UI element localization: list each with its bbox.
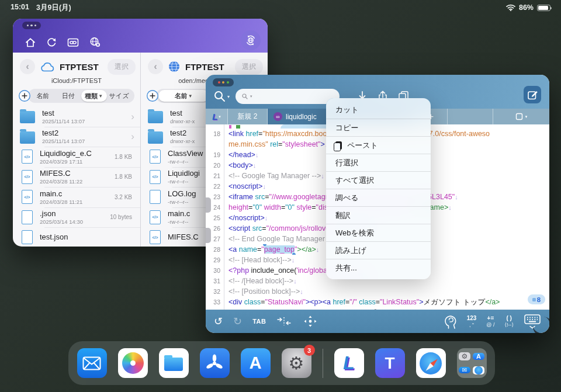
folder-icon — [164, 358, 183, 371]
menu-item-label: 調べる — [335, 193, 359, 203]
file-name: main.c — [40, 189, 115, 198]
dictation-head-icon[interactable] — [444, 314, 457, 329]
app-logo[interactable]: L ▾ — [206, 109, 228, 124]
context-menu-item[interactable]: 調べる — [326, 189, 431, 206]
file-name: test2 — [42, 129, 129, 137]
line-number: 19 — [206, 150, 224, 160]
link-collection-icon[interactable] — [67, 37, 79, 48]
file-detail: 2024/03/29 17:11 — [40, 158, 115, 165]
file-name: test.json — [40, 233, 132, 241]
file-row[interactable]: Liquidlogic_e.C 2024/03/29 17:11 1.8 KB … — [13, 147, 140, 167]
tab-key[interactable]: TAB — [252, 318, 266, 325]
file-type-icon — [22, 150, 33, 164]
compose-button[interactable] — [524, 86, 541, 103]
context-menu-item[interactable]: 読み上げ — [326, 241, 431, 259]
redo-icon[interactable]: ↻ — [233, 315, 242, 328]
keyboard-shortcut-key[interactable]: += @ / — [486, 315, 494, 328]
context-menu-item[interactable]: 共有... — [326, 259, 431, 276]
file-detail: 2025/03/14 14:30 — [40, 218, 110, 225]
tab-new-2[interactable]: 新規 2 — [228, 109, 268, 124]
photos-flower-icon — [122, 352, 144, 374]
globe-disconnect-icon[interactable] — [89, 36, 101, 48]
code-line[interactable]: 33 <div class="StatusNavi"><p><a href="/… — [206, 297, 549, 307]
undo-icon[interactable]: ↺ — [214, 315, 223, 328]
search-input[interactable]: ▾ — [236, 89, 340, 104]
file-row[interactable]: test2 2025/11/14 13:07 › — [13, 127, 140, 147]
dock-app-liquidlogic[interactable]: L — [334, 348, 364, 378]
file-size: 1.8 KB — [115, 154, 132, 160]
context-menu-item[interactable]: 行選択 — [326, 154, 431, 171]
context-menu-item[interactable]: Webを検索 — [326, 224, 431, 241]
file-pane-icloud: ‹ FTPTEST 選択 iCloud:/FTPTEST 名前 日付 種類▼ サ… — [13, 53, 140, 247]
select-button[interactable]: 選択 — [235, 59, 263, 75]
annotation-count-badge[interactable]: 8 — [528, 294, 545, 304]
home-icon[interactable] — [25, 37, 36, 48]
code-line[interactable]: 32 <!-- [Position block]-->↓ — [206, 286, 549, 297]
context-menu-item[interactable]: 翻訳 — [326, 206, 431, 224]
keyboard-shortcut-key[interactable]: ( ) ⟨!--⟩ — [504, 315, 514, 328]
sort-option[interactable]: 日付 — [56, 90, 82, 102]
file-row[interactable]: .json 2025/03/14 14:30 10 bytes › — [13, 207, 140, 228]
wifi-icon — [506, 4, 515, 11]
dock-app-photos[interactable] — [118, 348, 148, 378]
select-button[interactable]: 選択 — [108, 59, 136, 75]
dock-app-mail[interactable] — [77, 348, 107, 378]
file-row[interactable]: main.c 2024/03/28 11:21 3.2 KB › — [13, 187, 140, 207]
file-row[interactable]: test 2025/11/14 13:07 › — [13, 106, 140, 127]
globe-icon — [168, 60, 181, 73]
mini-mail-icon: ✉ — [459, 367, 470, 373]
file-type-icon — [22, 170, 33, 184]
dock-app-files[interactable] — [159, 348, 189, 378]
window-controls[interactable] — [213, 78, 234, 86]
cursor-dpad-icon[interactable] — [302, 314, 318, 328]
menu-item-label: カット — [335, 105, 359, 115]
indent-icon[interactable] — [276, 316, 292, 327]
dock-app-testflight[interactable] — [200, 348, 230, 378]
line-number: 20 — [206, 160, 224, 171]
mini-appstore-icon: A — [473, 353, 484, 360]
file-row[interactable]: test.json › — [13, 227, 140, 247]
file-size: 1.8 KB — [115, 174, 132, 180]
file-type-icon — [22, 230, 33, 244]
line-number: 31 — [206, 276, 224, 286]
search-dropdown-icon[interactable]: ▾ — [227, 94, 230, 99]
file-row[interactable]: MIFES.C 2024/03/28 11:22 1.8 KB › — [13, 167, 140, 188]
safari-compass-icon — [420, 352, 442, 374]
tab-bar-spacer — [448, 109, 493, 124]
scroll-indicator[interactable] — [206, 228, 211, 243]
line-number: 29 — [206, 255, 224, 265]
scroll-indicator[interactable] — [206, 197, 211, 213]
sort-option[interactable]: 名前▼ — [158, 90, 209, 102]
menu-item-label: 翻訳 — [335, 210, 351, 221]
sort-option[interactable]: サイズ — [107, 90, 133, 102]
context-menu-item[interactable]: コピー — [326, 119, 431, 136]
add-button[interactable] — [18, 89, 31, 102]
back-button[interactable]: ‹ — [20, 59, 35, 74]
dock-app-text-editor[interactable]: T — [375, 348, 405, 378]
date: 3月9日(月) — [36, 3, 71, 13]
tab-overview-button[interactable]: ▾ — [493, 109, 549, 124]
dock-app-safari[interactable] — [416, 348, 446, 378]
sort-option[interactable]: 種類▼ — [81, 90, 107, 102]
dock-app-group[interactable]: ⚙ A ✉ — [457, 348, 487, 378]
context-menu-item[interactable]: ペースト — [326, 136, 431, 154]
add-button[interactable] — [146, 89, 159, 102]
window-controls[interactable] — [22, 22, 41, 29]
back-button[interactable]: ‹ — [148, 59, 163, 74]
paste-icon — [335, 141, 342, 150]
sort-option[interactable]: 名前 — [30, 90, 56, 102]
context-menu-item[interactable]: すべて選択 — [326, 171, 431, 189]
file-type-icon — [150, 170, 161, 184]
search-icon[interactable] — [213, 89, 227, 103]
keyboard-shortcut-key[interactable]: 123 , “ — [467, 315, 477, 328]
code-text: <div class="StatusNavi"><p><a href="/" c… — [224, 297, 549, 307]
dock-app-settings[interactable]: ⚙ 3 — [282, 348, 311, 378]
dock-app-appstore[interactable]: A — [241, 348, 271, 378]
file-detail: 2024/03/28 11:21 — [40, 199, 115, 205]
line-number: 21 — [206, 171, 224, 181]
refresh-icon[interactable] — [46, 37, 57, 48]
clock: 15:01 — [11, 3, 29, 13]
globe-sync-badge-icon[interactable] — [241, 30, 261, 50]
text-context-menu: カット コピー ペースト 行選択 すべて選択 調べる 翻訳 Webを検索 読み上… — [326, 98, 431, 279]
context-menu-item[interactable]: カット — [326, 101, 431, 119]
